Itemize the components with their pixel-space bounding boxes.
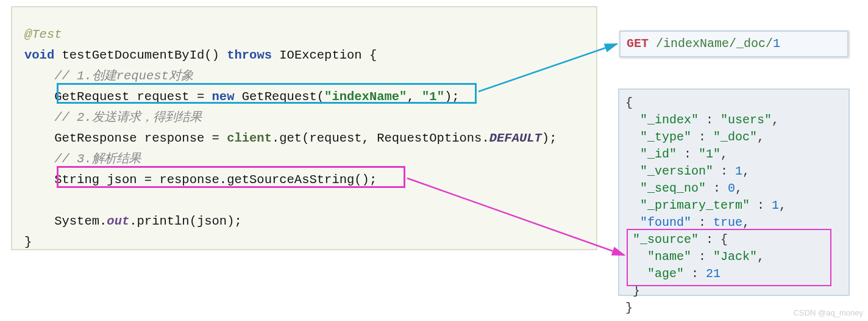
- exc: IOException {: [272, 48, 377, 62]
- json-key: "_primary_term": [640, 198, 750, 212]
- string-literal: "indexName": [324, 90, 407, 104]
- code-text: GetRequest(: [234, 90, 324, 104]
- brace-close: }: [24, 235, 32, 249]
- json-value: "1": [699, 147, 720, 161]
- comment-1: // 1.创建request对象: [24, 69, 193, 83]
- method-name: testGetDocumentById(): [54, 48, 227, 62]
- annotation: @Test: [24, 27, 62, 41]
- json-value: 0: [728, 181, 735, 195]
- brace-open: {: [625, 96, 633, 110]
- json-key: "age": [625, 267, 684, 281]
- json-key: "_type": [640, 130, 691, 144]
- code-text: GetRequest request =: [24, 90, 212, 104]
- json-value: "users": [720, 113, 772, 127]
- json-value: true: [713, 215, 742, 229]
- json-value: "Jack": [713, 250, 757, 264]
- static-default: DEFAULT: [489, 131, 542, 145]
- brace-close: }: [625, 301, 633, 315]
- http-request-box: GET /indexName/_doc/1: [619, 31, 848, 57]
- json-key: "_seq_no": [640, 181, 706, 195]
- http-id: 1: [773, 37, 780, 51]
- json-key: "_id": [640, 147, 677, 161]
- http-path: /indexName/_doc/: [649, 37, 773, 51]
- json-key: "found": [640, 215, 691, 229]
- comment-2: // 2.发送请求，得到结果: [24, 110, 202, 124]
- code-text: GetResponse response =: [24, 131, 227, 145]
- keyword-void: void: [24, 48, 54, 62]
- watermark: CSDN @aq_money: [794, 308, 863, 317]
- json-value: 1: [772, 198, 779, 212]
- out-ref: out: [107, 214, 129, 228]
- json-key: "_index": [640, 113, 699, 127]
- json-brace: : {: [699, 233, 728, 247]
- json-key-source: "_source": [625, 233, 699, 247]
- json-value: 1: [735, 164, 742, 178]
- code-text: );: [542, 131, 557, 145]
- comment-3: // 3.解析结果: [24, 152, 141, 166]
- code-text: String json = response.getSourceAsString…: [24, 173, 377, 187]
- json-value: 21: [706, 267, 720, 281]
- comma: ,: [407, 90, 422, 104]
- json-key: "name": [625, 250, 691, 264]
- http-verb: GET: [627, 37, 649, 51]
- code-text: .println(json);: [129, 214, 242, 228]
- keyword-new: new: [212, 90, 235, 104]
- java-code-block: @Test void testGetDocumentById() throws …: [11, 6, 597, 250]
- code-text: );: [444, 90, 460, 104]
- client-ref: client: [227, 131, 272, 145]
- code-text: System.: [24, 214, 107, 228]
- code-text: .get(request, RequestOptions.: [272, 131, 489, 145]
- keyword-throws: throws: [227, 48, 272, 62]
- string-literal: "1": [422, 90, 444, 104]
- brace-close: }: [625, 284, 640, 298]
- json-value: "_doc": [713, 130, 757, 144]
- json-key: "_version": [640, 164, 713, 178]
- json-response-block: { "_index" : "users", "_type" : "_doc", …: [618, 88, 850, 296]
